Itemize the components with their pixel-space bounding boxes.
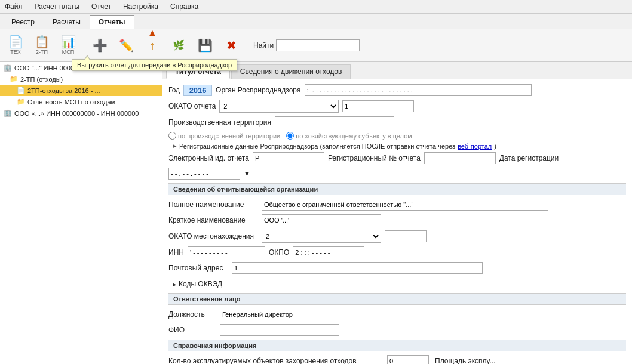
edit-icon: ✏️ [119, 39, 134, 51]
regdate-dropdown-icon[interactable]: ▼ [244, 170, 250, 177]
tooltip-text: Выгрузить отчет для передачи в Росприрод… [77, 61, 232, 69]
okved-header[interactable]: ▸ Коды ОКВЭД [168, 277, 626, 291]
reg-bullet: ▸ [173, 142, 177, 150]
disposal-row: Кол-во эксплуатируемых объектов захороне… [168, 355, 626, 364]
tab-payments[interactable]: Расчеты [44, 15, 90, 29]
radio-by-territory[interactable]: по производственной территории [168, 132, 280, 140]
fullname-input[interactable] [262, 199, 548, 211]
2tp-icon: 📋 [35, 36, 50, 48]
info-section: Справочная информация Кол-во эксплуатиру… [168, 340, 626, 364]
tree-item-org2[interactable]: 🏢 ООО «...» ИНН 000000000 - ИНН 000000 [0, 107, 162, 119]
search-input[interactable] [276, 39, 360, 51]
save-button[interactable]: 💾 [193, 32, 217, 59]
eid-input[interactable] [253, 152, 324, 164]
territory-input[interactable] [275, 116, 394, 128]
year-value: 2016 [183, 85, 212, 96]
org-section: Сведения об отчитывающейся организации П… [168, 183, 626, 291]
okato-label: ОКАТО отчета [168, 102, 216, 110]
rosprirodnadzor-button[interactable]: 🌿 [167, 32, 191, 59]
tree-item-2tp-group[interactable]: 📁 2-ТП (отходы) [0, 73, 162, 85]
year-label: Год [168, 86, 180, 94]
shortname-input[interactable] [262, 214, 381, 226]
regdata-suffix: ) [494, 143, 496, 150]
tree-item-2tp-2016[interactable]: 📄 2ТП-отходы за 2016 - ... [0, 85, 162, 96]
disposal-input[interactable] [387, 355, 429, 364]
msp-label: МСП [62, 49, 74, 55]
year-organ-row: Год 2016 Орган Росприроднадзора [168, 84, 626, 96]
menu-help[interactable]: Справка [168, 1, 201, 12]
address-label: Почтовый адрес [168, 264, 228, 272]
edit-button[interactable]: ✏️ [114, 32, 138, 59]
address-input[interactable] [232, 262, 483, 274]
org2-icon: 🏢 [4, 109, 12, 117]
2tp-label: 2-ТП [36, 49, 48, 55]
2tp-button[interactable]: 📋 2-ТП [30, 32, 54, 59]
msp-button[interactable]: 📊 МСП [56, 32, 80, 59]
search-area: Найти [253, 39, 360, 51]
regnum-label: Регистрационный № отчета [328, 154, 421, 162]
regdate-label: Дата регистрации [499, 154, 559, 162]
okpo-input[interactable] [293, 246, 364, 258]
position-input[interactable] [220, 309, 339, 320]
org1-icon: 🏢 [4, 64, 12, 72]
upload-tooltip: Выгрузить отчет для передачи в Росприрод… [72, 59, 237, 71]
msp-tree-icon: 📁 [17, 98, 25, 106]
radio-territory-input[interactable] [168, 132, 176, 140]
okato-local-suffix[interactable] [385, 230, 427, 242]
radio-by-subject[interactable]: по хозяйствующему субъекту в целом [286, 132, 412, 140]
organ-input[interactable] [305, 84, 532, 96]
inn-input[interactable] [188, 246, 265, 258]
main-tabs: Реестр Расчеты Отчеты [0, 14, 632, 29]
tab-registry[interactable]: Реестр [2, 15, 44, 29]
tab-reports[interactable]: Отчеты [90, 15, 134, 29]
org-section-header: Сведения об отчитывающейся организации [168, 183, 626, 195]
cancel-icon: ✖ [226, 39, 237, 51]
tex-label: ТЕХ [10, 49, 21, 55]
fio-row: ФИО [168, 324, 626, 336]
okato-suffix-input[interactable] [342, 100, 414, 112]
fio-input[interactable] [220, 324, 339, 336]
fio-label: ФИО [168, 326, 216, 334]
tex-button[interactable]: 📄 ТЕХ [4, 32, 27, 59]
resp-section: Ответственное лицо Должность ФИО [168, 293, 626, 336]
upload-arrow: ▲ [148, 27, 157, 38]
right-panel: Титул отчета Сведения о движении отходов… [162, 62, 632, 364]
disposal-label: Кол-во эксплуатируемых объектов захороне… [168, 357, 384, 364]
inn-label: ИНН [168, 248, 184, 257]
add-button[interactable]: ➕ [88, 32, 112, 59]
radio-territory-label: по производственной территории [178, 132, 280, 140]
2tp-2016-icon: 📄 [17, 87, 25, 94]
okato-local-select[interactable]: 2 - - - - - - - - - - [262, 230, 381, 243]
territory-row: Производственная территория [168, 116, 626, 128]
regdata-link[interactable]: веб-портал [458, 143, 492, 150]
toolbar: 📄 ТЕХ 📋 2-ТП 📊 МСП ➕ ✏️ ↑ ▲ 🌿 💾 ✖ Найти … [0, 29, 632, 62]
upload-button[interactable]: ↑ ▲ [140, 32, 164, 59]
okpo-label: ОКПО [269, 248, 289, 257]
organ-label: Орган Росприроднадзора [216, 86, 301, 94]
add-icon: ➕ [93, 39, 108, 51]
toolbar-sep-1 [84, 34, 84, 57]
2tp-group-icon: 📁 [10, 75, 18, 83]
radio-subject-input[interactable] [286, 132, 294, 140]
okato-select[interactable]: 2 - - - - - - - - - [219, 100, 339, 113]
menu-settings[interactable]: Настройка [121, 1, 161, 12]
radio-subject-label: по хозяйствующему субъекту в целом [296, 132, 412, 140]
regdata-text: Регистрационные данные Росприроднадзора … [179, 143, 455, 150]
menu-report[interactable]: Отчет [89, 1, 113, 12]
tooltip-arrow-inner [85, 56, 90, 60]
menu-bar: Файл Расчет платы Отчет Настройка Справк… [0, 0, 632, 14]
inner-tab-movement[interactable]: Сведения о движении отходов [231, 64, 351, 79]
tree-item-msp[interactable]: 📁 Отчетность МСП по отходам [0, 96, 162, 107]
2tp-2016-text: 2ТП-отходы за 2016 - ... [27, 87, 100, 94]
territory-label: Производственная территория [168, 118, 271, 127]
menu-file[interactable]: Файл [2, 1, 25, 12]
regdate-input[interactable] [168, 168, 240, 180]
cancel-button[interactable]: ✖ [219, 32, 243, 59]
position-label: Должность [168, 310, 216, 319]
resp-section-header: Ответственное лицо [168, 293, 626, 305]
regnum-input[interactable] [424, 152, 496, 164]
menu-payment[interactable]: Расчет платы [32, 1, 82, 12]
position-row: Должность [168, 309, 626, 320]
2tp-group-text: 2-ТП (отходы) [20, 76, 63, 83]
okato-local-row: ОКАТО местонахождения 2 - - - - - - - - … [168, 230, 626, 243]
